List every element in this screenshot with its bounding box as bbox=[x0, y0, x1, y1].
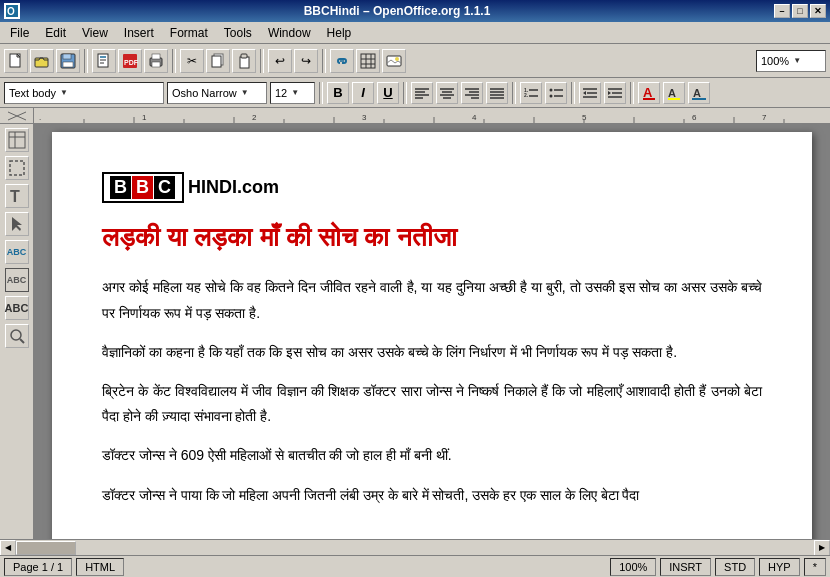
left-sidebar: T ABC ABC ABC bbox=[0, 124, 34, 539]
svg-point-50 bbox=[550, 94, 553, 97]
document-page: B B C HINDI.com लड़की या लड़का माँ की सो… bbox=[52, 132, 812, 539]
fmt-sep-3 bbox=[512, 82, 516, 104]
main-toolbar: PDF ✂ ↩ ↪ bbox=[0, 44, 830, 78]
font-dropdown[interactable]: Osho Narrow ▼ bbox=[167, 82, 267, 104]
menu-bar: File Edit View Insert Format Tools Windo… bbox=[0, 22, 830, 44]
svg-text:A: A bbox=[693, 87, 701, 99]
minimize-button[interactable]: – bbox=[774, 4, 790, 18]
svg-text:6: 6 bbox=[692, 113, 697, 122]
svg-point-95 bbox=[11, 330, 21, 340]
italic-button[interactable]: I bbox=[352, 82, 374, 104]
table-button[interactable] bbox=[356, 49, 380, 73]
font-color-button[interactable]: A bbox=[638, 82, 660, 104]
redo-button[interactable]: ↪ bbox=[294, 49, 318, 73]
svg-rect-14 bbox=[152, 62, 160, 67]
align-right-button[interactable] bbox=[461, 82, 483, 104]
hyperlink-button[interactable] bbox=[330, 49, 354, 73]
decrease-indent-button[interactable] bbox=[579, 82, 601, 104]
svg-text:A: A bbox=[643, 86, 653, 100]
doc-paragraph-3: ब्रिटेन के केंट विश्वविद्यालय में जीव वि… bbox=[102, 379, 762, 429]
toolbar-separator-2 bbox=[172, 49, 176, 73]
sidebar-table-icon[interactable] bbox=[5, 128, 29, 152]
status-bar: Page 1 / 1 HTML 100% INSRT STD HYP * bbox=[0, 555, 830, 577]
cut-button[interactable]: ✂ bbox=[180, 49, 204, 73]
menu-edit[interactable]: Edit bbox=[37, 24, 74, 42]
print-button[interactable] bbox=[144, 49, 168, 73]
zoom-dropdown[interactable]: 100% ▼ bbox=[756, 50, 826, 72]
size-value: 12 bbox=[275, 87, 287, 99]
modified-indicator: * bbox=[804, 558, 826, 576]
menu-format[interactable]: Format bbox=[162, 24, 216, 42]
doc-paragraph-2: वैज्ञानिकों का कहना है कि यहाँ तक कि इस … bbox=[102, 340, 762, 365]
scroll-left-button[interactable]: ◀ bbox=[0, 540, 16, 556]
page-number: Page 1 / 1 bbox=[4, 558, 72, 576]
horizontal-scroll-thumb[interactable] bbox=[16, 541, 76, 555]
svg-rect-93 bbox=[10, 161, 24, 175]
svg-rect-15 bbox=[152, 54, 160, 59]
document-container[interactable]: B B C HINDI.com लड़की या लड़का माँ की सो… bbox=[34, 124, 830, 539]
bold-button[interactable]: B bbox=[327, 82, 349, 104]
svg-rect-59 bbox=[643, 98, 655, 100]
sidebar-textbox2-icon[interactable]: ABC bbox=[5, 268, 29, 292]
scroll-right-button[interactable]: ▶ bbox=[814, 540, 830, 556]
svg-rect-5 bbox=[63, 54, 71, 59]
size-dropdown[interactable]: 12 ▼ bbox=[270, 82, 315, 104]
highlight-button[interactable]: A bbox=[663, 82, 685, 104]
align-left-button[interactable] bbox=[411, 82, 433, 104]
horizontal-scroll-track[interactable] bbox=[16, 540, 814, 556]
pdf-button[interactable]: PDF bbox=[118, 49, 142, 73]
paste-button[interactable] bbox=[232, 49, 256, 73]
style-dropdown[interactable]: Text body ▼ bbox=[4, 82, 164, 104]
increase-indent-button[interactable] bbox=[604, 82, 626, 104]
svg-rect-3 bbox=[35, 58, 48, 67]
sidebar-text-icon[interactable]: T bbox=[5, 184, 29, 208]
style-arrow-icon: ▼ bbox=[60, 88, 68, 97]
justify-button[interactable] bbox=[486, 82, 508, 104]
doc-paragraph-1: अगर कोई महिला यह सोचे कि वह कितने दिन जी… bbox=[102, 275, 762, 325]
hyphenation-mode: HYP bbox=[759, 558, 800, 576]
svg-rect-61 bbox=[668, 98, 680, 100]
undo-button[interactable]: ↩ bbox=[268, 49, 292, 73]
font-value: Osho Narrow bbox=[172, 87, 237, 99]
svg-rect-21 bbox=[361, 54, 375, 68]
menu-window[interactable]: Window bbox=[260, 24, 319, 42]
menu-insert[interactable]: Insert bbox=[116, 24, 162, 42]
app-icon: O bbox=[4, 3, 20, 19]
toolbar-separator-4 bbox=[322, 49, 326, 73]
maximize-button[interactable]: □ bbox=[792, 4, 808, 18]
horizontal-scrollbar[interactable]: ◀ ▶ bbox=[0, 539, 830, 555]
bullet-list-button[interactable] bbox=[545, 82, 567, 104]
ruler-area: . 1 2 3 4 5 6 7 bbox=[0, 108, 830, 124]
sidebar-frame-icon[interactable] bbox=[5, 156, 29, 180]
svg-rect-19 bbox=[241, 54, 247, 58]
open-button[interactable] bbox=[30, 49, 54, 73]
bbc-domain-text: HINDI.com bbox=[188, 177, 279, 198]
svg-text:2.: 2. bbox=[524, 92, 529, 98]
doc-paragraph-4: डॉक्टर जोन्स ने 609 ऐसी महिलाओं से बातची… bbox=[102, 443, 762, 468]
bbc-box-c: C bbox=[154, 176, 175, 199]
menu-help[interactable]: Help bbox=[319, 24, 360, 42]
sidebar-bigtext-icon[interactable]: ABC bbox=[5, 296, 29, 320]
new-button[interactable] bbox=[4, 49, 28, 73]
menu-view[interactable]: View bbox=[74, 24, 116, 42]
number-list-button[interactable]: 1. 2. bbox=[520, 82, 542, 104]
selection-mode: STD bbox=[715, 558, 755, 576]
edit-button[interactable] bbox=[92, 49, 116, 73]
underline-button[interactable]: U bbox=[377, 82, 399, 104]
size-arrow-icon: ▼ bbox=[291, 88, 299, 97]
close-button[interactable]: ✕ bbox=[810, 4, 826, 18]
copy-button[interactable] bbox=[206, 49, 230, 73]
sidebar-textbox-icon[interactable]: ABC bbox=[5, 240, 29, 264]
insert-image-button[interactable] bbox=[382, 49, 406, 73]
menu-file[interactable]: File bbox=[2, 24, 37, 42]
char-format-button[interactable]: A bbox=[688, 82, 710, 104]
sidebar-search-icon[interactable] bbox=[5, 324, 29, 348]
menu-tools[interactable]: Tools bbox=[216, 24, 260, 42]
bbc-header: B B C HINDI.com bbox=[102, 172, 762, 203]
fmt-sep-5 bbox=[630, 82, 634, 104]
sidebar-cursor-icon[interactable] bbox=[5, 212, 29, 236]
zoom-value: 100% bbox=[761, 55, 789, 67]
svg-text:1: 1 bbox=[142, 113, 147, 122]
align-center-button[interactable] bbox=[436, 82, 458, 104]
save-button[interactable] bbox=[56, 49, 80, 73]
